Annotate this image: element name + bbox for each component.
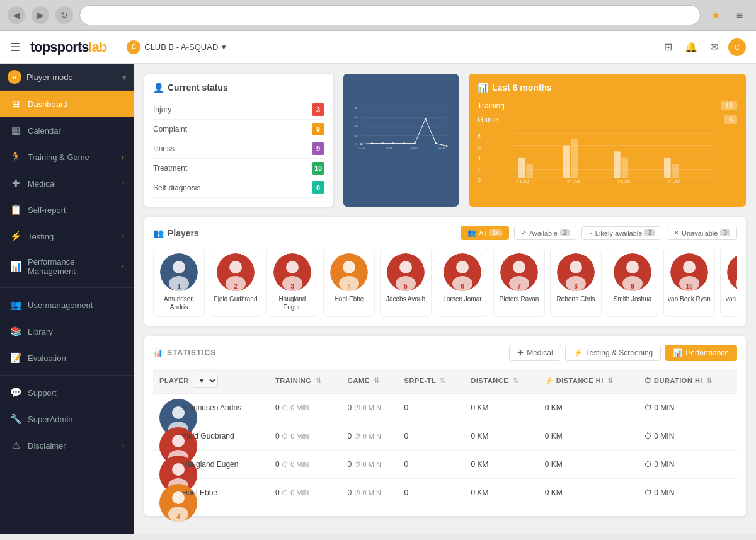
- filter-tab-all[interactable]: 👥 All 14: [461, 226, 509, 240]
- back-button[interactable]: ◀: [8, 6, 25, 24]
- player-row-name: Amundsen Andris: [182, 403, 241, 412]
- player-card[interactable]: 2 Fjeld Gudbrand: [210, 248, 261, 317]
- bar-y-axis: 8 6 4 2 0: [478, 133, 481, 183]
- sidebar-item-superadmin[interactable]: 🔧 SuperAdmin: [0, 406, 134, 432]
- performance-tab-label: Performance: [685, 348, 729, 357]
- sidebar-item-performance[interactable]: 📊 Performance Management ›: [0, 250, 134, 284]
- game-min-val: ⏱ 0 MIN: [354, 432, 381, 440]
- last6-game-label: Game: [478, 115, 498, 124]
- medical-tab-label: Medical: [527, 348, 553, 357]
- td-training: 0 ⏱ 0 MIN: [269, 479, 341, 507]
- fullscreen-button[interactable]: ⊞: [662, 38, 675, 55]
- player-card[interactable]: 9 Smith Joshua: [607, 248, 658, 317]
- filter-available-label: Available: [529, 229, 557, 237]
- th-player: PLAYER ▾: [153, 369, 269, 393]
- td-training: 0 ⏱ 0 MIN: [269, 451, 341, 479]
- sidebar-item-testing[interactable]: ⚡ Testing ›: [0, 223, 134, 250]
- header-right: ⊞ 🔔 ✉ C: [662, 38, 746, 56]
- sidebar-performance-label: Performance Management: [28, 257, 115, 276]
- sidebar-item-library[interactable]: 📚 Library: [0, 318, 134, 345]
- td-player: 1 Amundsen Andris: [153, 393, 269, 422]
- filter-all-label: All: [479, 229, 486, 237]
- svg-text:21-06: 21-06: [567, 179, 580, 183]
- refresh-button[interactable]: ↻: [55, 6, 73, 24]
- filter-tab-unavailable[interactable]: ✕ Unavailable 9: [667, 226, 737, 240]
- svg-point-41: [173, 261, 185, 273]
- stats-tab-testing[interactable]: ⚡ Testing & Screening: [565, 345, 662, 361]
- table-row: 4 Hoel Ebbe 0 ⏱ 0 MIN 0 ⏱ 0 MIN 0 0 KM 0…: [153, 479, 737, 507]
- browser-menu-button[interactable]: ≡: [731, 6, 748, 24]
- sidebar-item-dashboard[interactable]: ⊞ Dashboard: [0, 91, 134, 117]
- medical-arrow-icon: ›: [122, 180, 124, 187]
- selfdiagnosis-badge: 0: [312, 181, 324, 194]
- player-card[interactable]: 8 Roberts Chris: [550, 248, 602, 317]
- sidebar-library-label: Library: [28, 327, 124, 336]
- game-val: 0: [347, 488, 352, 497]
- player-card[interactable]: 10 van Beek Ryan: [663, 248, 715, 317]
- sidebar-medical-label: Medical: [28, 179, 115, 188]
- sidebar-self-report-label: Self-report: [28, 205, 124, 215]
- svg-point-15: [414, 142, 416, 144]
- player-card[interactable]: 6 Larsen Jomar: [437, 248, 488, 317]
- th-training[interactable]: TRAINING ⇅: [269, 369, 341, 393]
- td-dist-hi: 0 KM: [539, 422, 638, 451]
- svg-rect-33: [621, 158, 628, 178]
- user-avatar[interactable]: C: [728, 38, 746, 56]
- player-name: Roberts Chris: [553, 295, 598, 303]
- sidebar-item-usermanagement[interactable]: 👥 Usermanagement: [0, 292, 134, 318]
- sidebar-item-evaluation[interactable]: 📝 Evaluation: [0, 345, 134, 371]
- player-card[interactable]: 1 Amundsen Andris: [153, 248, 205, 317]
- player-filter-select[interactable]: ▾: [193, 374, 218, 388]
- sidebar-item-self-report[interactable]: 📋 Self-report: [0, 197, 134, 223]
- td-dist-hi: 0 KM: [539, 393, 638, 422]
- sidebar-item-medical[interactable]: ✚ Medical ›: [0, 170, 134, 197]
- testing-arrow-icon: ›: [122, 233, 124, 240]
- svg-point-13: [392, 142, 394, 144]
- notifications-button[interactable]: 🔔: [682, 38, 700, 55]
- players-filter-tabs: 👥 All 14 ✓ Available 2 ~ Likely availabl…: [461, 226, 737, 240]
- player-name: Smith Joshua: [610, 295, 655, 303]
- forward-button[interactable]: ▶: [32, 6, 49, 24]
- player-card[interactable]: 11 van der Veiver Niels: [720, 248, 737, 317]
- player-card[interactable]: 4 Hoel Ebbe: [323, 248, 375, 317]
- line-chart-svg: 40 30 20 10 0: [352, 83, 450, 171]
- svg-point-65: [513, 261, 525, 273]
- messages-button[interactable]: ✉: [707, 38, 721, 55]
- filter-tab-available[interactable]: ✓ Available 2: [514, 226, 576, 240]
- filter-tab-likely[interactable]: ~ Likely available 3: [581, 226, 662, 240]
- svg-point-77: [683, 261, 696, 273]
- th-dur-hi[interactable]: ⏱ DURATION HI ⇅: [638, 369, 737, 393]
- th-distance[interactable]: DISTANCE ⇅: [465, 369, 539, 393]
- sidebar-item-training-game[interactable]: 🏃 Training & Game ›: [0, 144, 134, 170]
- svg-text:21-04: 21-04: [517, 179, 530, 183]
- player-mode-selector[interactable]: e Player-mode ▾: [0, 64, 134, 91]
- sidebar-item-support[interactable]: 💬 Support: [0, 379, 134, 406]
- sidebar-calendar-label: Calendar: [28, 126, 124, 135]
- svg-text:0: 0: [355, 142, 357, 146]
- performance-arrow-icon: ›: [122, 263, 124, 270]
- last6months-card: 📊 Last 6 months Training 13 Game 6: [469, 74, 746, 207]
- svg-point-14: [403, 142, 405, 144]
- app-logo: topsportslab: [30, 39, 106, 55]
- th-game[interactable]: GAME ⇅: [341, 369, 398, 393]
- testing-tab-icon: ⚡: [573, 348, 583, 357]
- player-card[interactable]: 3 Haugland Eugen: [266, 248, 318, 317]
- stats-tab-performance[interactable]: 📊 Performance: [665, 345, 737, 361]
- usermgmt-icon: 👥: [10, 299, 21, 311]
- th-dist-hi[interactable]: ⚡ DISTANCE HI ⇅: [539, 369, 638, 393]
- address-bar[interactable]: [79, 5, 701, 25]
- performance-tab-icon: 📊: [673, 348, 682, 357]
- stats-tab-medical[interactable]: ✚ Medical: [509, 345, 561, 361]
- medical-tab-icon: ✚: [517, 348, 524, 357]
- th-srpe[interactable]: SRPE-TL ⇅: [398, 369, 465, 393]
- player-card[interactable]: 5 Jacobs Ayoub: [380, 248, 432, 317]
- game-min-val: ⏱ 0 MIN: [354, 461, 381, 468]
- status-row-selfdiagnosis: Self-diagnosis 0: [153, 178, 324, 198]
- sidebar-item-calendar[interactable]: ▦ Calendar: [0, 117, 134, 144]
- club-selector[interactable]: C CLUB B - A-SQUAD ▾: [127, 40, 226, 54]
- sidebar-item-disclaimer[interactable]: ⚠ Disclaimer ›: [0, 432, 134, 459]
- training-min-val: ⏱ 0 MIN: [282, 461, 309, 468]
- player-card[interactable]: 7 Pieters Rayan: [493, 248, 545, 317]
- hamburger-button[interactable]: ☰: [10, 40, 20, 54]
- sidebar-evaluation-label: Evaluation: [28, 353, 124, 363]
